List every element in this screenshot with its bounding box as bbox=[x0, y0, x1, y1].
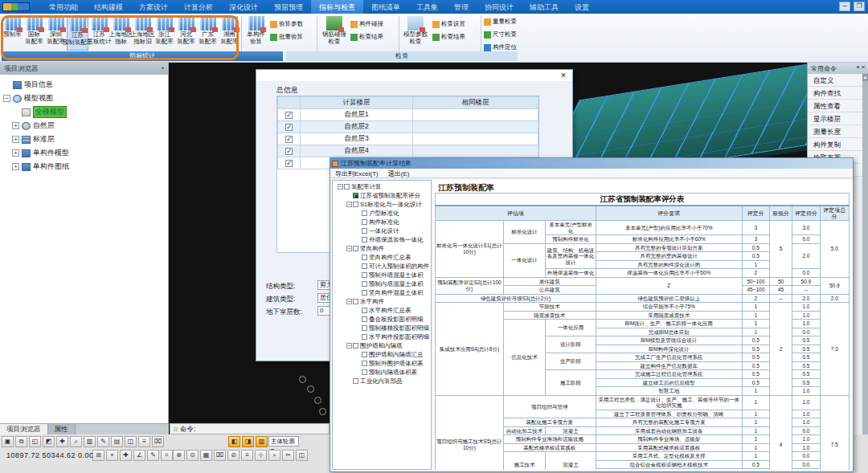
toolbar-icon[interactable]: ≡ bbox=[241, 450, 253, 461]
checkbox[interactable] bbox=[344, 184, 350, 190]
checkbox[interactable] bbox=[362, 352, 367, 357]
toolbar-icon[interactable]: ▤ bbox=[111, 436, 123, 447]
tab-协同设计[interactable]: 协同设计 bbox=[477, 0, 522, 14]
toolbar-icon[interactable]: ◩ bbox=[43, 436, 55, 447]
ribbon-button-广东装配率[interactable]: 广东装配率 bbox=[197, 15, 219, 51]
command-item-显示楼层[interactable]: 显示楼层 bbox=[808, 112, 862, 125]
floor-checkbox[interactable] bbox=[285, 136, 293, 143]
tab-设置[interactable]: 设置 bbox=[567, 0, 597, 14]
checkbox[interactable] bbox=[362, 263, 367, 269]
tree-item-预制外围护墙体积表[interactable]: 预制外围护墙体积表 bbox=[334, 359, 431, 368]
tree-item-水平构件汇总表[interactable]: 水平构件汇总表 bbox=[334, 306, 431, 315]
toolbar-icon[interactable]: ▣ bbox=[2, 436, 14, 447]
tree-item-水平构件[interactable]: −水平构件 bbox=[334, 297, 431, 306]
ribbon-button-上海地区指标[interactable]: 上海地区指标 bbox=[110, 15, 132, 51]
checkbox[interactable] bbox=[362, 290, 367, 296]
toolbar-icon[interactable]: ⊘ bbox=[227, 450, 240, 461]
ribbon-button-江苏三板统计[interactable]: 江苏三板统计 bbox=[88, 15, 110, 51]
toolbar-icon[interactable]: ◱ bbox=[29, 436, 41, 447]
scroll-up-icon[interactable]: ▲ bbox=[862, 74, 868, 81]
expand-icon[interactable]: + bbox=[12, 163, 19, 170]
tree-item-外墙保温装饰一体化[interactable]: 外墙保温装饰一体化 bbox=[334, 235, 431, 244]
command-item-测量长度[interactable]: 测量长度 bbox=[808, 125, 862, 138]
toolbar-icon[interactable]: ◫ bbox=[296, 450, 308, 461]
toolbar-icon[interactable]: ⌗ bbox=[161, 450, 173, 461]
tree-item-江苏省预制装配率评分[interactable]: 江苏省预制装配率评分 bbox=[334, 191, 431, 200]
tree-item-构件标准化[interactable]: 构件标准化 bbox=[334, 218, 431, 226]
checkbox[interactable] bbox=[353, 343, 358, 349]
minimize-button[interactable]: ─ bbox=[839, 2, 850, 11]
ribbon-small-button-检查结果[interactable]: 检查结果 bbox=[432, 31, 465, 43]
ribbon-small-button-重量检查[interactable]: 重量检查 bbox=[484, 16, 517, 27]
toolbar-icon[interactable]: ✎ bbox=[97, 436, 109, 447]
checkbox[interactable] bbox=[362, 255, 367, 260]
tree-item-装配率计算[interactable]: −装配率计算 bbox=[334, 182, 431, 191]
toolbar-icon[interactable]: ⊹ bbox=[255, 450, 267, 461]
tree-item-全楼模型[interactable]: 全楼模型 bbox=[0, 105, 168, 119]
tab-辅助工具[interactable]: 辅助工具 bbox=[522, 0, 567, 14]
toolbar-icon[interactable]: ⊙ bbox=[186, 450, 199, 461]
checkbox[interactable] bbox=[362, 334, 367, 340]
panel-tab-属性[interactable]: 属性 bbox=[48, 424, 76, 434]
toolbar-icon[interactable]: ⊞ bbox=[92, 450, 104, 461]
collapse-icon[interactable]: − bbox=[346, 299, 352, 304]
command-item-属性查看[interactable]: 属性查看 bbox=[808, 100, 862, 112]
floor-checkbox[interactable] bbox=[285, 148, 293, 155]
tree-item-单构件图纸[interactable]: +单构件图纸 bbox=[0, 160, 168, 173]
toolbar-icon[interactable]: ⌕ bbox=[268, 450, 280, 461]
ribbon-button-预制率[interactable]: 预制率 bbox=[2, 15, 23, 51]
toolbar-icon[interactable]: ⊗ bbox=[173, 450, 185, 461]
pin-icon[interactable]: ▪ bbox=[162, 64, 164, 71]
menu-item-导出到Excel(T)[interactable]: 导出到Excel(T) bbox=[335, 169, 379, 177]
collapse-icon[interactable]: − bbox=[346, 202, 352, 207]
panel-scrollbar[interactable]: ▲ bbox=[862, 74, 868, 434]
expand-icon[interactable]: + bbox=[12, 122, 19, 129]
tab-工具集[interactable]: 工具集 bbox=[408, 0, 446, 14]
same-floor-cell[interactable] bbox=[413, 133, 538, 145]
collapse-icon[interactable]: − bbox=[346, 343, 352, 349]
single-member-check-button[interactable]: 单构件验算 bbox=[244, 15, 268, 51]
collapse-icon[interactable]: − bbox=[346, 246, 352, 251]
selected-report-icon[interactable] bbox=[353, 193, 358, 198]
toolbar-icon[interactable]: ✎ bbox=[147, 450, 159, 461]
panel-tab-项目浏览器[interactable]: 项目浏览器 bbox=[0, 424, 48, 434]
tree-item-围护墙和内隔墙[interactable]: −围护墙和内隔墙 bbox=[334, 341, 431, 350]
close-icon[interactable]: ✕ bbox=[558, 71, 569, 81]
rebar-clash-check-button[interactable]: 钢筋碰撞检查 bbox=[320, 15, 349, 51]
tree-item-竖向构件混凝土体积[interactable]: 竖向构件混凝土体积 bbox=[334, 288, 431, 297]
tab-管理[interactable]: 管理 bbox=[446, 0, 477, 14]
tree-item-预制外墙混凝土体积[interactable]: 预制外墙混凝土体积 bbox=[334, 271, 431, 279]
toolbar-icon-highlighted[interactable]: ▨ bbox=[256, 436, 268, 447]
ribbon-small-button-尺寸检查[interactable]: 尺寸检查 bbox=[484, 29, 517, 40]
results-window-titlebar[interactable]: 江苏预制装配率计算结果 bbox=[330, 158, 853, 169]
ribbon-button-国标装配率[interactable]: 国标装配率 bbox=[23, 15, 45, 51]
checkbox[interactable] bbox=[362, 325, 367, 331]
tree-item-单构件模型[interactable]: +单构件模型 bbox=[0, 146, 168, 160]
checkbox[interactable] bbox=[362, 210, 367, 216]
toolbar-icon[interactable]: ✚ bbox=[56, 436, 68, 447]
same-floor-cell[interactable] bbox=[413, 145, 538, 157]
expand-icon[interactable]: + bbox=[12, 136, 19, 143]
tree-item-工业化内装部品[interactable]: 工业化内装部品 bbox=[334, 377, 431, 385]
tree-item-预制楼梯投影面积明细[interactable]: 预制楼梯投影面积明细 bbox=[334, 324, 431, 332]
expand-icon[interactable]: + bbox=[12, 149, 19, 157]
ribbon-button-上海地区指标旧[interactable]: 上海地区指标旧 bbox=[132, 15, 154, 51]
checkbox[interactable] bbox=[362, 281, 367, 287]
collapse-icon[interactable]: − bbox=[3, 95, 10, 102]
command-item-构件查找[interactable]: 构件查找 bbox=[808, 87, 862, 100]
ribbon-small-button-批量验算[interactable]: 批量验算 bbox=[270, 31, 303, 43]
ribbon-button-湖南装配率[interactable]: 湖南装配率 bbox=[219, 15, 240, 51]
checkbox[interactable] bbox=[353, 299, 358, 304]
toolbar-icon[interactable]: ∠ bbox=[133, 450, 145, 461]
checkbox[interactable] bbox=[362, 237, 367, 243]
toolbar-icon[interactable]: ▦ bbox=[200, 450, 212, 461]
tree-item-预制内隔墙体积表[interactable]: 预制内隔墙体积表 bbox=[334, 368, 431, 377]
checkbox[interactable] bbox=[353, 246, 358, 251]
checkbox[interactable] bbox=[353, 202, 358, 207]
collapse-icon[interactable]: − bbox=[338, 184, 343, 190]
same-floor-cell[interactable] bbox=[413, 121, 538, 133]
tree-item-模型视图[interactable]: −模型视图 bbox=[0, 92, 168, 105]
tab-深化设计[interactable]: 深化设计 bbox=[221, 0, 266, 14]
floor-checkbox[interactable] bbox=[285, 160, 293, 167]
tab-结构建模[interactable]: 结构建模 bbox=[86, 0, 131, 14]
